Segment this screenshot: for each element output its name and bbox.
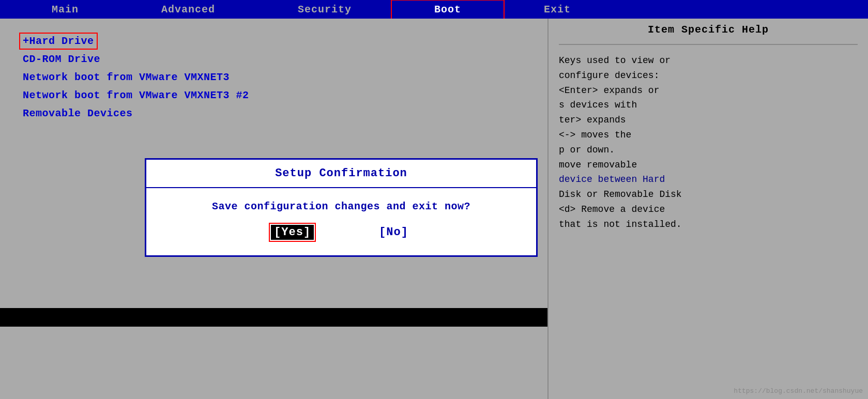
menu-item-main[interactable]: Main — [10, 2, 120, 18]
help-text-line6: <-> moves the — [559, 128, 858, 143]
modal-question: Save configuration changes and exit now? — [162, 201, 521, 212]
help-text-line11: <d> Remove a device — [559, 202, 858, 217]
modal-body: Save configuration changes and exit now?… — [146, 188, 536, 255]
help-text-line8: move removable — [559, 158, 858, 173]
help-title: Item Specific Help — [559, 24, 858, 36]
menu-bar: Main Advanced Security Boot Exit — [0, 0, 868, 19]
help-text-line9: device between Hard — [559, 172, 858, 187]
modal-dialog: Setup Confirmation Save configuration ch… — [145, 158, 538, 257]
help-text-line12: that is not installed. — [559, 217, 858, 232]
modal-title-bar: Setup Confirmation — [146, 160, 536, 188]
modal-buttons: [Yes] [No] — [162, 225, 521, 240]
black-bar — [0, 308, 547, 327]
menu-item-exit[interactable]: Exit — [502, 2, 612, 18]
help-text-line3: <Enter> expands or — [559, 83, 858, 98]
modal-no-button[interactable]: [No] — [376, 225, 412, 240]
modal-yes-button[interactable]: [Yes] — [271, 225, 314, 240]
help-text-line5: ter> expands — [559, 113, 858, 128]
right-panel: Item Specific Help Keys used to view or … — [547, 19, 868, 399]
boot-item-hard-drive[interactable]: +Hard Drive — [21, 34, 96, 48]
boot-item-cdrom[interactable]: CD-ROM Drive — [21, 52, 537, 66]
boot-item-removable[interactable]: Removable Devices — [21, 106, 537, 120]
content-area: +Hard Drive CD-ROM Drive Network boot fr… — [0, 19, 868, 399]
watermark: https://blog.csdn.net/shanshuyue — [734, 387, 863, 395]
help-text-line10: Disk or Removable Disk — [559, 187, 858, 202]
boot-item-network1[interactable]: Network boot from VMware VMXNET3 — [21, 70, 537, 84]
help-text-line1: Keys used to view or — [559, 53, 858, 68]
menu-item-boot[interactable]: Boot — [393, 2, 502, 18]
help-divider — [559, 44, 858, 45]
help-text-line2: configure devices: — [559, 68, 858, 83]
help-text-line7: p or down. — [559, 143, 858, 158]
left-panel: +Hard Drive CD-ROM Drive Network boot fr… — [0, 19, 547, 399]
modal-title: Setup Confirmation — [275, 167, 407, 180]
menu-item-security[interactable]: Security — [256, 2, 393, 18]
help-text-line4: s devices with — [559, 98, 858, 113]
boot-item-network2[interactable]: Network boot from VMware VMXNET3 #2 — [21, 88, 537, 102]
menu-item-advanced[interactable]: Advanced — [120, 2, 256, 18]
